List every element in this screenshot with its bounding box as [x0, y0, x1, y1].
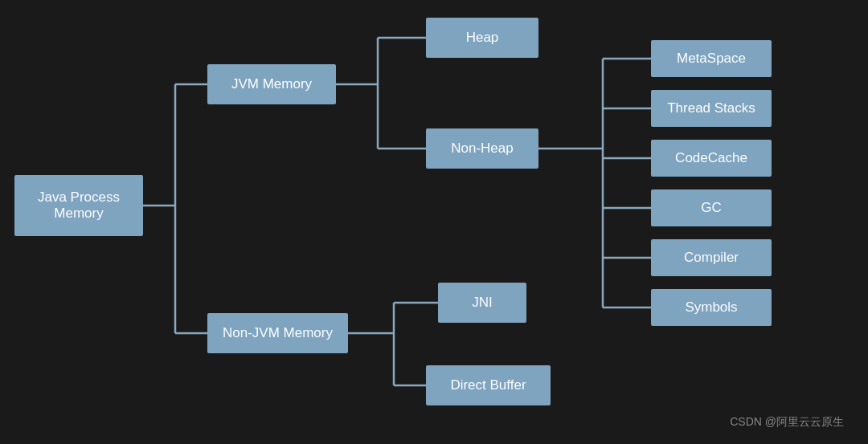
jni-node: JNI	[438, 283, 526, 323]
metaspace-node: MetaSpace	[651, 40, 772, 77]
code-cache-node: CodeCache	[651, 140, 772, 177]
gc-node: GC	[651, 189, 772, 226]
java-process-memory-node: Java Process Memory	[14, 175, 143, 236]
direct-buffer-node: Direct Buffer	[426, 365, 551, 405]
heap-node: Heap	[426, 18, 538, 58]
watermark: CSDN @阿里云云原生	[730, 415, 844, 430]
jvm-memory-node: JVM Memory	[207, 64, 336, 104]
compiler-node: Compiler	[651, 239, 772, 276]
non-heap-node: Non-Heap	[426, 128, 538, 169]
thread-stacks-node: Thread Stacks	[651, 90, 772, 127]
non-jvm-memory-node: Non-JVM Memory	[207, 313, 348, 353]
diagram: Java Process Memory JVM Memory Non-JVM M…	[0, 0, 868, 444]
symbols-node: Symbols	[651, 289, 772, 326]
